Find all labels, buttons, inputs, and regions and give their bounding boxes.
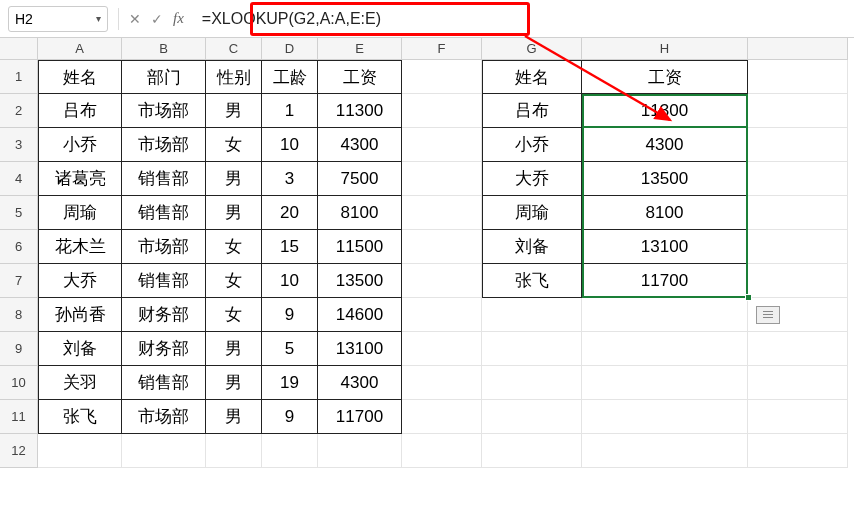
cell[interactable]	[748, 332, 848, 366]
cell[interactable]	[748, 230, 848, 264]
cell[interactable]	[582, 332, 748, 366]
cell[interactable]: 销售部	[122, 196, 206, 230]
cell[interactable]	[748, 162, 848, 196]
cell[interactable]: 4300	[582, 128, 748, 162]
cell[interactable]	[482, 400, 582, 434]
cell[interactable]: 花木兰	[38, 230, 122, 264]
cell[interactable]: 14600	[318, 298, 402, 332]
cell[interactable]: 财务部	[122, 298, 206, 332]
cell[interactable]: 部门	[122, 60, 206, 94]
cell[interactable]	[402, 230, 482, 264]
cell[interactable]: 4300	[318, 128, 402, 162]
cell[interactable]: 8100	[582, 196, 748, 230]
cell[interactable]: 市场部	[122, 128, 206, 162]
cell[interactable]: 刘备	[38, 332, 122, 366]
cell[interactable]: 市场部	[122, 400, 206, 434]
row-header[interactable]: 4	[0, 162, 38, 196]
cell[interactable]: 11300	[318, 94, 402, 128]
cell[interactable]	[582, 400, 748, 434]
cell[interactable]: 女	[206, 128, 262, 162]
cell[interactable]: 9	[262, 298, 318, 332]
cell[interactable]: 小乔	[38, 128, 122, 162]
cell-H2-active[interactable]: 11300	[582, 94, 748, 128]
cell[interactable]: 13100	[318, 332, 402, 366]
cell[interactable]: 大乔	[38, 264, 122, 298]
cell[interactable]	[582, 298, 748, 332]
name-box[interactable]: H2 ▾	[8, 6, 108, 32]
fx-icon[interactable]: fx	[173, 10, 184, 27]
cell[interactable]	[402, 128, 482, 162]
cell[interactable]	[402, 298, 482, 332]
cell[interactable]	[748, 400, 848, 434]
formula-input[interactable]: =XLOOKUP(G2,A:A,E:E)	[196, 5, 846, 33]
cell[interactable]: 4300	[318, 366, 402, 400]
cell[interactable]: 11700	[318, 400, 402, 434]
cell[interactable]	[402, 60, 482, 94]
cell[interactable]: 男	[206, 400, 262, 434]
cell[interactable]: 孙尚香	[38, 298, 122, 332]
cell[interactable]: 周瑜	[482, 196, 582, 230]
row-header[interactable]: 3	[0, 128, 38, 162]
cell[interactable]: 姓名	[482, 60, 582, 94]
row-header[interactable]: 2	[0, 94, 38, 128]
cell[interactable]	[748, 196, 848, 230]
cell[interactable]	[748, 366, 848, 400]
cell[interactable]: 张飞	[482, 264, 582, 298]
autofill-options-button[interactable]	[756, 306, 780, 324]
cell[interactable]: 市场部	[122, 94, 206, 128]
cell[interactable]: 10	[262, 128, 318, 162]
cell[interactable]: 8100	[318, 196, 402, 230]
cell[interactable]: 工龄	[262, 60, 318, 94]
column-header-B[interactable]: B	[122, 38, 206, 60]
cell[interactable]: 10	[262, 264, 318, 298]
row-header[interactable]: 9	[0, 332, 38, 366]
row-header[interactable]: 10	[0, 366, 38, 400]
cell[interactable]: 20	[262, 196, 318, 230]
fill-handle[interactable]	[745, 294, 752, 301]
cell[interactable]	[482, 366, 582, 400]
cell[interactable]: 13100	[582, 230, 748, 264]
column-header-E[interactable]: E	[318, 38, 402, 60]
cell[interactable]	[748, 264, 848, 298]
cell[interactable]: 财务部	[122, 332, 206, 366]
cell[interactable]	[402, 434, 482, 468]
cell[interactable]	[748, 434, 848, 468]
cell[interactable]: 13500	[318, 264, 402, 298]
cell[interactable]	[748, 128, 848, 162]
row-header[interactable]: 1	[0, 60, 38, 94]
cell[interactable]	[402, 264, 482, 298]
cell[interactable]: 周瑜	[38, 196, 122, 230]
cell[interactable]	[582, 366, 748, 400]
cell[interactable]	[482, 434, 582, 468]
cell[interactable]: 男	[206, 94, 262, 128]
cell[interactable]: 小乔	[482, 128, 582, 162]
cell[interactable]: 9	[262, 400, 318, 434]
cell[interactable]	[262, 434, 318, 468]
cell[interactable]	[748, 60, 848, 94]
cell[interactable]	[402, 94, 482, 128]
column-header-A[interactable]: A	[38, 38, 122, 60]
cell[interactable]: 女	[206, 264, 262, 298]
select-all-corner[interactable]	[0, 38, 38, 60]
row-header[interactable]: 11	[0, 400, 38, 434]
cell[interactable]: 女	[206, 230, 262, 264]
cell[interactable]: 男	[206, 196, 262, 230]
cell[interactable]: 市场部	[122, 230, 206, 264]
cell[interactable]	[402, 162, 482, 196]
cell[interactable]: 男	[206, 332, 262, 366]
cell[interactable]: 工资	[318, 60, 402, 94]
cell[interactable]: 诸葛亮	[38, 162, 122, 196]
enter-icon[interactable]: ✓	[151, 11, 163, 27]
cell[interactable]: 女	[206, 298, 262, 332]
cell[interactable]: 销售部	[122, 264, 206, 298]
column-header-F[interactable]: F	[402, 38, 482, 60]
column-header-D[interactable]: D	[262, 38, 318, 60]
cancel-icon[interactable]: ✕	[129, 11, 141, 27]
cell[interactable]: 19	[262, 366, 318, 400]
cell[interactable]: 销售部	[122, 366, 206, 400]
cell[interactable]: 11700	[582, 264, 748, 298]
column-header-blank[interactable]	[748, 38, 848, 60]
cell[interactable]: 5	[262, 332, 318, 366]
cell[interactable]	[582, 434, 748, 468]
cell[interactable]	[402, 196, 482, 230]
